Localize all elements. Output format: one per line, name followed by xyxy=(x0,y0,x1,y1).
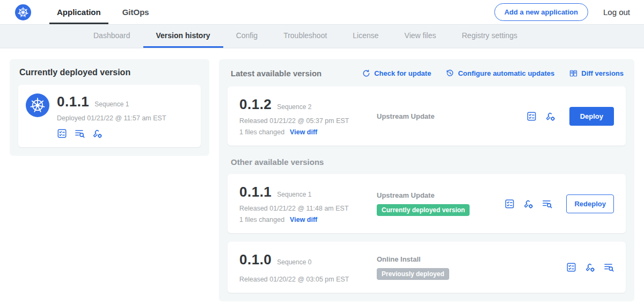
add-application-button[interactable]: Add a new application xyxy=(494,3,588,21)
view-logs-icon[interactable] xyxy=(75,128,85,139)
version-card-0-1-0: 0.1.0 Sequence 0 Released 01/20/22 @ 03:… xyxy=(228,242,626,293)
version-source: Upstream Update Currently deployed versi… xyxy=(377,191,504,216)
redeploy-button[interactable]: Redeploy xyxy=(566,194,614,213)
tab-gitops[interactable]: GitOps xyxy=(115,0,157,24)
subnav-item-config[interactable]: Config xyxy=(223,25,270,48)
version-card-actions: Redeploy xyxy=(504,194,614,213)
subnav-item-troubleshoot[interactable]: Troubleshoot xyxy=(270,25,340,48)
released-timestamp: Released 01/21/22 @ 11:48 am EST xyxy=(239,205,377,212)
released-timestamp: Released 01/20/22 @ 03:05 pm EST xyxy=(239,276,377,283)
deployed-timestamp: Deployed 01/21/22 @ 11:57 am EST xyxy=(57,114,166,122)
deployed-version-info: 0.1.1 Sequence 1 Deployed 01/21/22 @ 11:… xyxy=(57,93,166,139)
version-card-latest: 0.1.2 Sequence 2 Released 01/21/22 @ 05:… xyxy=(228,86,626,146)
subnav-item-view-files[interactable]: View files xyxy=(392,25,449,48)
version-card-actions xyxy=(566,262,614,272)
version-info: 0.1.2 Sequence 2 Released 01/21/22 @ 05:… xyxy=(239,96,377,136)
files-changed-label: 1 files changed xyxy=(239,216,284,223)
deploy-button[interactable]: Deploy xyxy=(569,107,614,126)
edit-config-icon[interactable] xyxy=(523,199,533,209)
configure-automatic-updates-link[interactable]: Configure automatic updates xyxy=(446,69,554,77)
version-number: 0.1.1 xyxy=(239,184,272,200)
edit-config-icon[interactable] xyxy=(585,262,595,272)
refresh-icon xyxy=(362,69,370,77)
subnav-item-license[interactable]: License xyxy=(340,25,391,48)
diff-versions-label: Diff versions xyxy=(581,69,624,77)
main-content: Currently deployed version 0.1.1 Sequenc… xyxy=(0,48,644,303)
release-notes-icon[interactable] xyxy=(504,199,515,209)
source-label: Upstream Update xyxy=(377,112,435,120)
logout-button[interactable]: Log out xyxy=(603,8,630,17)
release-notes-icon[interactable] xyxy=(57,128,67,139)
released-timestamp: Released 01/21/22 @ 05:37 pm EST xyxy=(239,117,377,125)
kubernetes-logo-icon xyxy=(15,4,31,20)
deployed-sequence-label: Sequence 1 xyxy=(94,100,129,108)
check-for-update-link[interactable]: Check for update xyxy=(362,69,431,77)
deployed-version-number: 0.1.1 xyxy=(57,93,89,110)
previously-deployed-badge: Previously deployed xyxy=(377,268,449,280)
deployed-version-card: 0.1.1 Sequence 1 Deployed 01/21/22 @ 11:… xyxy=(18,85,201,147)
version-info: 0.1.0 Sequence 0 Released 01/20/22 @ 03:… xyxy=(239,251,377,283)
topbar-tabs: Application GitOps xyxy=(49,0,163,24)
diff-versions-icon xyxy=(569,69,577,77)
view-diff-link[interactable]: View diff xyxy=(290,128,317,136)
other-versions-title: Other available versions xyxy=(228,157,626,167)
sequence-label: Sequence 1 xyxy=(277,191,311,198)
view-diff-link[interactable]: View diff xyxy=(290,216,317,223)
subnav-item-version-history[interactable]: Version history xyxy=(143,25,223,48)
tab-application[interactable]: Application xyxy=(49,0,108,24)
version-card-0-1-1: 0.1.1 Sequence 1 Released 01/21/22 @ 11:… xyxy=(228,174,626,233)
source-label: Upstream Update xyxy=(377,191,435,199)
currently-deployed-panel: Currently deployed version 0.1.1 Sequenc… xyxy=(10,59,209,156)
diff-versions-link[interactable]: Diff versions xyxy=(569,69,624,77)
kubernetes-logo-icon xyxy=(26,93,49,117)
version-source: Upstream Update xyxy=(377,112,526,120)
version-card-actions: Deploy xyxy=(526,107,614,126)
view-logs-icon[interactable] xyxy=(542,199,552,209)
deployed-panel-title: Currently deployed version xyxy=(18,68,201,77)
topbar-spacer xyxy=(163,0,494,24)
latest-version-title: Latest available version xyxy=(231,69,321,78)
version-info: 0.1.1 Sequence 1 Released 01/21/22 @ 11:… xyxy=(239,184,377,223)
subnav-item-registry-settings[interactable]: Registry settings xyxy=(449,25,530,48)
view-logs-icon[interactable] xyxy=(604,262,614,272)
app-subnav: Dashboard Version history Config Trouble… xyxy=(0,25,644,48)
check-for-update-label: Check for update xyxy=(374,69,431,77)
files-changed-label: 1 files changed xyxy=(239,128,284,136)
version-history-panel: Latest available version Check for updat… xyxy=(219,59,634,301)
auto-update-icon xyxy=(446,69,454,77)
edit-config-icon[interactable] xyxy=(545,111,555,121)
subnav-item-dashboard[interactable]: Dashboard xyxy=(80,25,143,48)
release-notes-icon[interactable] xyxy=(526,111,537,121)
currently-deployed-badge: Currently deployed version xyxy=(377,204,470,216)
release-notes-icon[interactable] xyxy=(566,262,576,272)
version-number: 0.1.2 xyxy=(239,96,272,113)
source-label: Online Install xyxy=(377,255,421,263)
topbar: Application GitOps Add a new application… xyxy=(0,0,644,25)
sequence-label: Sequence 2 xyxy=(277,103,311,111)
edit-config-icon[interactable] xyxy=(92,128,103,139)
version-number: 0.1.0 xyxy=(239,251,272,268)
version-source: Online Install Previously deployed xyxy=(377,255,566,280)
deployed-actions xyxy=(57,128,166,139)
configure-automatic-updates-label: Configure automatic updates xyxy=(458,69,554,77)
latest-version-header: Latest available version Check for updat… xyxy=(228,68,626,78)
sequence-label: Sequence 0 xyxy=(277,258,311,266)
version-actions: Check for update Configure automatic upd… xyxy=(362,69,624,77)
